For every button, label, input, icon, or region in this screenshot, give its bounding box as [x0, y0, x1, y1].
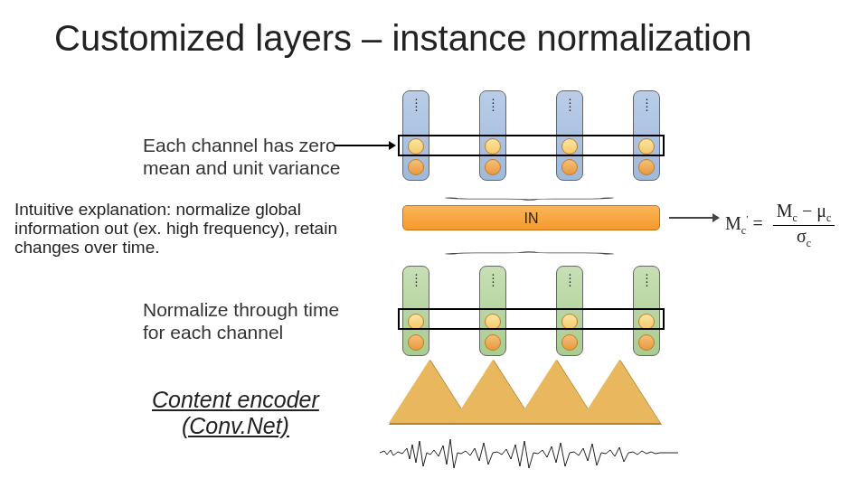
channel-slot	[485, 159, 501, 175]
formula-denominator: σc	[773, 226, 835, 250]
ellipsis-icon: ····	[480, 272, 505, 286]
normalize-time-text: Normalize through time for each channel	[143, 298, 339, 343]
ellipsis-icon: ····	[634, 97, 659, 111]
ellipsis-icon: ····	[557, 97, 582, 111]
channel-slot	[638, 159, 655, 175]
channel-slot	[638, 334, 655, 351]
channel-slot	[561, 334, 578, 351]
pyramid-icon	[579, 360, 660, 423]
waveform-icon	[380, 432, 678, 474]
ellipsis-icon: ····	[634, 272, 659, 286]
equals-sign: =	[753, 213, 768, 233]
ellipsis-icon: ····	[403, 272, 429, 286]
channel-selection-bottom	[398, 308, 665, 330]
instance-norm-box: IN	[402, 205, 660, 230]
convnet-pyramids	[389, 360, 678, 430]
formula: Mc′ = Mc − μc σc	[725, 201, 835, 250]
arrow-icon	[335, 145, 394, 146]
channel-slot	[561, 159, 578, 175]
brace-bottom-icon: ⏟	[445, 250, 618, 267]
formula-numerator: Mc − μc	[773, 201, 835, 226]
intuitive-explanation: Intuitive explanation: normalize global …	[14, 201, 367, 258]
ellipsis-icon: ····	[557, 272, 582, 286]
channel-selection-top	[398, 135, 665, 156]
arrow-icon	[669, 217, 718, 219]
formula-fraction: Mc − μc σc	[773, 201, 835, 250]
zero-mean-text: Each channel has zero mean and unit vari…	[143, 134, 340, 179]
formula-lhs: Mc′	[725, 213, 749, 233]
channel-slot	[408, 334, 424, 351]
brace-top-icon: ⏟	[445, 184, 618, 202]
channel-slot	[485, 334, 501, 351]
channel-slot	[408, 159, 424, 175]
slide-title: Customized layers – instance normalizati…	[54, 18, 751, 59]
ellipsis-icon: ····	[480, 97, 505, 111]
content-encoder-label: Content encoder (Conv.Net)	[152, 387, 319, 439]
ellipsis-icon: ····	[403, 97, 429, 111]
